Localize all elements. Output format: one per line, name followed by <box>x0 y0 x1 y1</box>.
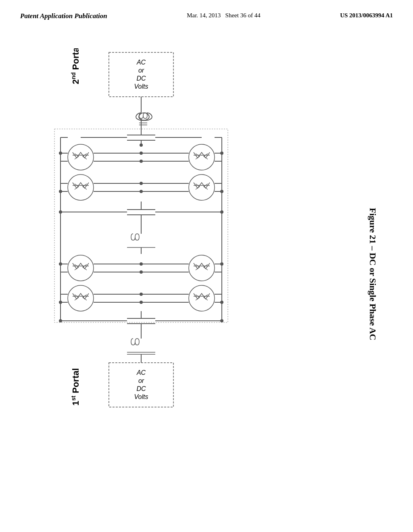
svg-point-64 <box>68 255 94 281</box>
svg-point-37 <box>140 160 143 163</box>
svg-text:AC: AC <box>136 369 146 376</box>
svg-text:or: or <box>138 67 144 74</box>
svg-point-60 <box>220 210 223 214</box>
svg-point-47 <box>140 182 143 185</box>
svg-point-70 <box>189 285 215 311</box>
svg-point-48 <box>140 190 143 193</box>
main-content: AC or DC Volts 2nd Portal <box>0 24 413 524</box>
svg-point-93 <box>140 301 143 304</box>
patent-number: US 2013/0063994 A1 <box>340 12 393 19</box>
svg-text:DC: DC <box>136 75 146 82</box>
sheet-info: Mar. 14, 2013 Sheet 36 of 44 <box>187 12 260 19</box>
svg-point-49 <box>59 152 62 155</box>
svg-text:2nd Portal: 2nd Portal <box>70 48 81 84</box>
publication-title: Patent Application Publication <box>20 12 107 20</box>
svg-text:Volts: Volts <box>134 83 148 90</box>
svg-point-36 <box>140 152 143 155</box>
svg-point-52 <box>220 190 223 193</box>
svg-point-18 <box>68 175 94 200</box>
circuit-diagram: AC or DC Volts 2nd Portal <box>20 48 270 512</box>
svg-point-50 <box>220 152 223 155</box>
svg-point-68 <box>189 255 215 281</box>
svg-text:DC: DC <box>136 385 146 392</box>
svg-point-51 <box>59 190 62 193</box>
svg-point-59 <box>59 210 62 214</box>
svg-point-38 <box>140 143 143 147</box>
svg-point-20 <box>189 144 215 170</box>
svg-point-92 <box>140 293 143 296</box>
svg-point-83 <box>220 262 223 266</box>
svg-point-16 <box>68 144 94 170</box>
svg-point-82 <box>59 262 62 266</box>
svg-text:or: or <box>138 377 144 384</box>
page-header: Patent Application Publication Mar. 14, … <box>0 0 413 24</box>
svg-point-81 <box>140 270 143 274</box>
svg-text:Volts: Volts <box>134 393 148 400</box>
svg-text:AC: AC <box>136 59 146 66</box>
date: Mar. 14, 2013 Sheet 36 of 44 <box>187 12 260 19</box>
svg-point-66 <box>68 285 94 311</box>
svg-text:1st Portal: 1st Portal <box>70 368 81 405</box>
svg-point-22 <box>189 175 215 200</box>
svg-point-80 <box>140 262 143 266</box>
